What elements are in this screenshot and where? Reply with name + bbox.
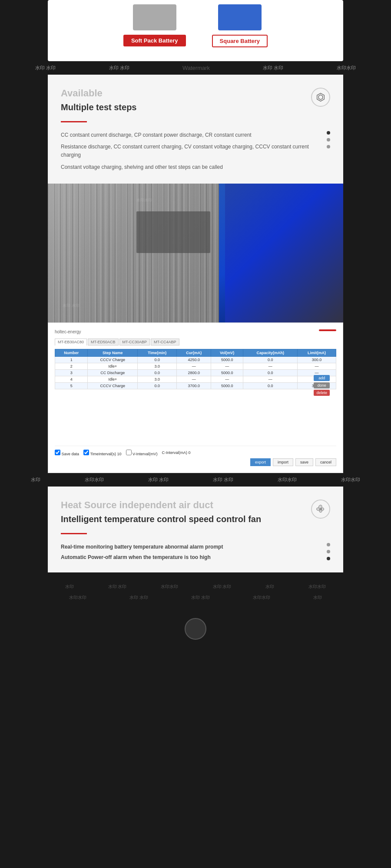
- image-section: 水印 水印 水印水印: [48, 184, 343, 322]
- save-button[interactable]: save: [295, 458, 313, 466]
- wm-item-3: 水印 水印: [263, 65, 283, 71]
- table-wrapper: Number Step Name Time(min) Cur(mA) Vol(m…: [55, 349, 336, 389]
- footer-checkboxes: Save data TimeInterval(s) 10 V-Interval(…: [55, 450, 336, 456]
- table-cell: Idle+: [88, 376, 138, 382]
- wm-dark-bar2: 水印水印 水印 水印 水印 水印 水印水印 水印: [48, 595, 343, 601]
- tab-3[interactable]: MT-CC30ABP: [119, 339, 150, 345]
- col-vol: Vol(mV): [211, 349, 243, 356]
- section-text: CC contsant current discharge, CP consta…: [61, 131, 327, 175]
- wm-item-4: 水印水印: [337, 65, 356, 71]
- wm-dark-bar: 水印 水印 水印 水印水印 水印 水印 水印 水印水印: [48, 581, 343, 592]
- software-logo: holtec-energy: [55, 329, 81, 334]
- col-step: Step Name: [88, 349, 138, 356]
- wm-item-2: 水印 水印: [109, 65, 129, 71]
- square-battery-button[interactable]: Square Battery: [212, 35, 268, 47]
- available-section: Available Multiple test steps CC contsan…: [48, 75, 343, 184]
- wm-d1: 水印: [65, 584, 74, 590]
- wm-center: Watermark: [182, 65, 210, 71]
- wm2-5: 水印水印: [278, 477, 297, 483]
- square-battery-image: [218, 4, 262, 30]
- heat-text: Real-time monitoring battery temperature…: [61, 543, 327, 564]
- wm-d4: 水印 水印: [213, 584, 232, 590]
- heat-titles: Heat Source independent air duct Intelli…: [61, 500, 261, 533]
- table-row: 3CC Discharge0.02800.05000.00.0—: [55, 369, 336, 376]
- table-cell: 0.0: [138, 382, 177, 389]
- action-buttons: add done delete: [314, 375, 330, 396]
- delete-button[interactable]: delete: [314, 390, 330, 396]
- table-cell: CCCV Charge: [88, 356, 138, 363]
- table-cell: 5: [55, 382, 88, 389]
- wm-d2-3: 水印 水印: [191, 595, 210, 601]
- table-row: 2Idle+3.0————: [55, 363, 336, 369]
- col-number: Number: [55, 349, 88, 356]
- svg-marker-1: [318, 95, 322, 100]
- table-cell: —: [177, 376, 211, 382]
- bottom-content: [48, 618, 343, 640]
- heat-dot-indicators: [327, 543, 330, 560]
- table-cell: 300.0: [298, 356, 336, 363]
- heat-header: Heat Source independent air duct Intelli…: [61, 500, 330, 533]
- table-cell: 4250.0: [177, 356, 211, 363]
- wm-item-1: 水印 水印: [35, 65, 56, 71]
- table-cell: 5000.0: [211, 369, 243, 376]
- soft-pack-button[interactable]: Soft Pack Battery: [123, 35, 186, 46]
- heat-dot-1: [327, 543, 330, 546]
- table-cell: 0.0: [138, 356, 177, 363]
- done-button[interactable]: done: [314, 382, 330, 388]
- wm2-6: 水印水印: [341, 477, 360, 483]
- table-cell: —: [243, 376, 298, 382]
- heat-desc-1: Real-time monitoring battery temperature…: [61, 543, 327, 551]
- software-header: holtec-energy: [55, 329, 336, 334]
- wm2-2: 水印水印: [85, 477, 104, 483]
- desc-1: CC contsant current discharge, CP consta…: [61, 131, 327, 139]
- table-cell: 0.0: [138, 369, 177, 376]
- table-cell: Idle+: [88, 363, 138, 369]
- table-cell: —: [211, 363, 243, 369]
- v-interval-check[interactable]: V-Interval(mV): [126, 450, 158, 456]
- wm-d2: 水印 水印: [108, 584, 127, 590]
- table-cell: 5000.0: [211, 382, 243, 389]
- software-section: holtec-energy MT-EB30AC80 MT-ED50ACB MT-…: [48, 322, 343, 473]
- table-cell: CCCV Charge: [88, 382, 138, 389]
- table-cell: —: [177, 363, 211, 369]
- tab-1[interactable]: MT-EB30AC80: [55, 339, 87, 345]
- battery-comparison: Soft Pack Battery Square Battery: [56, 4, 335, 47]
- heat-section: Heat Source independent air duct Intelli…: [48, 487, 343, 572]
- heat-subtitle: Intelligent temperature control speed co…: [61, 514, 261, 524]
- red-indicator: [319, 329, 336, 331]
- bottom-dark: 水印 水印 水印 水印水印 水印 水印 水印 水印水印 水印水印 水印 水印 水…: [0, 572, 391, 659]
- available-title: Available: [61, 88, 136, 99]
- wm-d3: 水印水印: [161, 584, 178, 590]
- desc-3: Constant voltage charging, shelving and …: [61, 163, 327, 171]
- col-time: Time(min): [138, 349, 177, 356]
- available-subtitle: Multiple test steps: [61, 102, 136, 112]
- empty-space: [55, 389, 336, 441]
- heat-red-underline: [61, 533, 87, 534]
- save-data-check[interactable]: Save data: [55, 450, 79, 456]
- software-tabs[interactable]: MT-EB30AC80 MT-ED50ACB MT-CC30ABP MT-CC4…: [55, 339, 336, 345]
- table-cell: 0.0: [243, 369, 298, 376]
- table-cell: 1: [55, 356, 88, 363]
- tab-4[interactable]: MT-CC4ABP: [151, 339, 179, 345]
- desc-2: Resistance discharge, CC constant curren…: [61, 143, 327, 159]
- table-cell: 5000.0: [211, 356, 243, 363]
- heat-desc-2: Automatic Power-off alarm when the tempe…: [61, 553, 327, 562]
- fan-icon: [311, 500, 330, 519]
- wm-d2-1: 水印水印: [69, 595, 86, 601]
- add-button[interactable]: add: [314, 375, 330, 381]
- test-steps-table: Number Step Name Time(min) Cur(mA) Vol(m…: [55, 349, 336, 389]
- cancel-button[interactable]: cancel: [315, 458, 336, 466]
- export-button[interactable]: export: [250, 458, 271, 466]
- heat-dot-3: [327, 557, 330, 560]
- table-cell: 3.0: [138, 376, 177, 382]
- hexagon-icon: [311, 88, 330, 107]
- dot-2: [327, 138, 330, 141]
- dot-indicators: [327, 131, 330, 148]
- table-cell: —: [211, 376, 243, 382]
- time-interval-check[interactable]: TimeInterval(s) 10: [83, 450, 122, 456]
- table-cell: 2: [55, 363, 88, 369]
- watermark-bar-1: 水印 水印 水印 水印 Watermark 水印 水印 水印水印: [0, 61, 391, 75]
- table-cell: 2800.0: [177, 369, 211, 376]
- import-button[interactable]: import: [273, 458, 293, 466]
- tab-2[interactable]: MT-ED50ACB: [88, 339, 119, 345]
